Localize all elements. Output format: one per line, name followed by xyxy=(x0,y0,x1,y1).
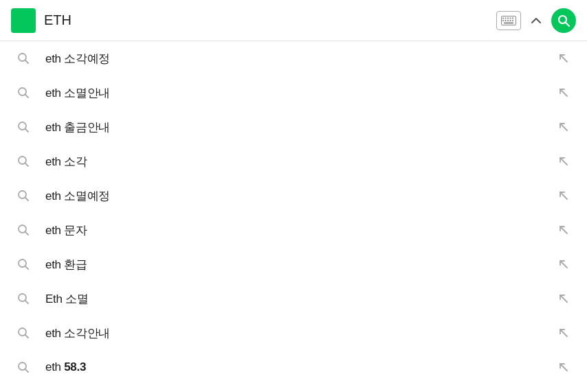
search-header xyxy=(0,0,587,41)
svg-line-39 xyxy=(25,335,29,338)
search-icon xyxy=(14,323,33,343)
search-input-wrapper xyxy=(44,12,488,28)
list-item[interactable]: eth 소멸예정 xyxy=(0,178,587,213)
list-item[interactable]: eth 소각예정 xyxy=(0,41,587,76)
autofill-arrow-icon[interactable] xyxy=(554,323,573,343)
svg-rect-7 xyxy=(505,20,507,21)
svg-rect-8 xyxy=(507,20,509,21)
search-icon xyxy=(14,49,33,68)
svg-rect-3 xyxy=(507,17,509,19)
svg-line-21 xyxy=(25,129,29,132)
search-icon xyxy=(14,152,33,171)
svg-line-15 xyxy=(25,60,29,64)
list-item[interactable]: eth 환급 xyxy=(0,247,587,281)
svg-line-36 xyxy=(25,301,29,304)
keyboard-icon[interactable] xyxy=(496,11,521,30)
autofill-arrow-icon[interactable] xyxy=(554,289,573,308)
svg-rect-2 xyxy=(505,17,507,19)
autofill-arrow-icon[interactable] xyxy=(554,358,573,377)
search-icon xyxy=(14,358,33,377)
svg-line-40 xyxy=(560,330,567,336)
autofill-arrow-icon[interactable] xyxy=(554,186,573,205)
svg-rect-6 xyxy=(502,20,504,21)
autofill-arrow-icon[interactable] xyxy=(554,83,573,102)
svg-rect-10 xyxy=(512,20,513,21)
suggestion-text: eth 소멸예정 xyxy=(45,188,554,204)
suggestion-text: Eth 소멸 xyxy=(45,291,554,307)
svg-line-28 xyxy=(560,192,567,199)
search-icon xyxy=(14,186,33,205)
suggestion-text: eth 58.3 xyxy=(45,360,554,374)
svg-line-27 xyxy=(25,198,29,201)
search-icon xyxy=(14,289,33,308)
list-item[interactable]: eth 소각안내 xyxy=(0,316,587,350)
suggestion-text: eth 출금안내 xyxy=(45,119,554,135)
svg-line-18 xyxy=(25,95,29,98)
autofill-arrow-icon[interactable] xyxy=(554,220,573,240)
svg-line-37 xyxy=(560,295,567,302)
suggestion-text: eth 소멸안내 xyxy=(45,85,554,101)
suggestion-text: eth 환급 xyxy=(45,257,554,273)
list-item[interactable]: eth 출금안내 xyxy=(0,110,587,144)
autofill-arrow-icon[interactable] xyxy=(554,152,573,171)
svg-rect-11 xyxy=(504,22,513,23)
suggestion-text: eth 소각 xyxy=(45,154,554,170)
svg-line-30 xyxy=(25,232,29,235)
svg-line-19 xyxy=(560,89,567,96)
suggestion-text: eth 문자 xyxy=(45,222,554,238)
search-icon xyxy=(14,117,33,137)
search-icon xyxy=(14,255,33,274)
search-input[interactable] xyxy=(44,12,488,28)
autofill-arrow-icon[interactable] xyxy=(554,117,573,137)
list-item[interactable]: Eth 소멸 xyxy=(0,281,587,316)
svg-line-31 xyxy=(560,227,567,233)
suggestion-text: eth 소각안내 xyxy=(45,325,554,341)
list-item[interactable]: eth 소멸안내 xyxy=(0,76,587,110)
list-item[interactable]: eth 문자 xyxy=(0,213,587,247)
svg-line-22 xyxy=(560,124,567,130)
svg-line-43 xyxy=(560,364,567,371)
naver-logo xyxy=(11,8,36,33)
search-icon xyxy=(14,220,33,240)
svg-rect-1 xyxy=(502,17,504,19)
chevron-up-icon[interactable] xyxy=(527,11,546,30)
list-item[interactable]: eth 58.3 xyxy=(0,350,587,384)
search-button[interactable] xyxy=(551,8,576,33)
svg-line-34 xyxy=(560,261,567,268)
list-item[interactable]: eth 소각 xyxy=(0,144,587,178)
svg-line-16 xyxy=(560,55,567,62)
search-icon xyxy=(14,83,33,102)
svg-line-25 xyxy=(560,158,567,165)
header-actions xyxy=(496,8,576,33)
svg-rect-9 xyxy=(510,20,511,21)
svg-line-33 xyxy=(25,266,29,270)
svg-rect-4 xyxy=(510,17,511,19)
svg-line-24 xyxy=(25,163,29,167)
suggestion-list: eth 소각예정 eth 소멸안내 eth 출금안내 eth 소각 eth 소멸… xyxy=(0,41,587,384)
suggestion-text: eth 소각예정 xyxy=(45,51,554,67)
autofill-arrow-icon[interactable] xyxy=(554,255,573,274)
svg-rect-5 xyxy=(512,17,513,19)
autofill-arrow-icon[interactable] xyxy=(554,49,573,68)
svg-line-42 xyxy=(25,369,29,373)
svg-line-13 xyxy=(566,22,570,26)
